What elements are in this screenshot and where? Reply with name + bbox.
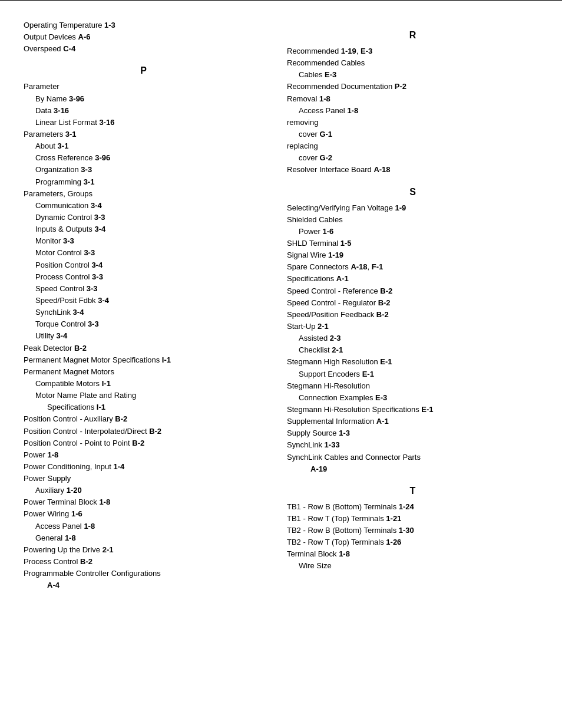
- entry-bold: 2-1: [103, 545, 114, 554]
- entry-text: Recommended Documentation P-2: [287, 82, 406, 91]
- entry-bold: B-2: [132, 439, 144, 447]
- index-entry: Specifications A-1: [287, 273, 538, 285]
- index-entry: Power Wiring 1-6: [24, 508, 263, 520]
- entry-bold: 2-1: [318, 322, 329, 331]
- index-entry: Cables E-3: [287, 69, 538, 81]
- entry-bold: 3-96: [69, 94, 84, 103]
- entry-bold: 1-20: [67, 486, 82, 495]
- index-entry: Signal Wire 1-19: [287, 249, 538, 261]
- index-entry: SynchLink Cables and Connector Parts: [287, 452, 538, 463]
- entry-text: Programming 3-1: [35, 177, 94, 186]
- entry-text: Process Control 3-3: [35, 272, 103, 281]
- index-entry: Powering Up the Drive 2-1: [24, 544, 263, 556]
- index-entry: Power 1-8: [24, 449, 263, 461]
- index-entry: Removal 1-8: [287, 93, 538, 105]
- index-entry: removing: [287, 117, 538, 129]
- entry-text: Power 1-8: [24, 450, 58, 459]
- entry-text: cover G-2: [299, 153, 332, 162]
- index-entry: Position Control - Interpolated/Direct B…: [24, 426, 263, 437]
- index-entry: Data 3-16: [24, 105, 263, 117]
- index-entry: Assisted 2-3: [287, 332, 538, 344]
- entry-text: removing: [287, 118, 318, 127]
- entry-bold: 1-19: [341, 47, 356, 55]
- index-entry: SHLD Terminal 1-5: [287, 238, 538, 249]
- entry-text: Power Terminal Block 1-8: [24, 498, 110, 506]
- index-entry: Operating Temperature 1-3: [24, 19, 263, 31]
- entry-text: Terminal Block 1-8: [287, 549, 350, 558]
- index-entry: Stegmann High Resolution E-1: [287, 356, 538, 368]
- index-entry: Access Panel 1-8: [24, 521, 263, 532]
- entry-bold: B-2: [378, 298, 391, 307]
- entry-text: Operating Temperature 1-3: [24, 21, 115, 29]
- entry-text: Assisted 2-3: [299, 334, 341, 342]
- index-entry: Position Control 3-4: [24, 259, 263, 271]
- entry-bold: 3-4: [98, 296, 109, 305]
- entry-bold: A-4: [47, 581, 59, 589]
- entry-bold: 2-3: [330, 334, 341, 342]
- entry-text: Supply Source 1-3: [287, 429, 350, 437]
- index-entry: SynchLink 3-4: [24, 307, 263, 318]
- entry-text: A-4: [47, 581, 59, 589]
- index-entry: Organization 3-3: [24, 164, 263, 176]
- entry-text: Checklist 2-1: [299, 345, 343, 354]
- index-entry: Speed Control - Reference B-2: [287, 285, 538, 297]
- index-entry: TB1 - Row B (Bottom) Terminals 1-24: [287, 501, 538, 513]
- index-entry: Speed Control - Regulator B-2: [287, 297, 538, 309]
- page-header: [0, 0, 562, 8]
- entry-text: Wire Size: [299, 561, 332, 570]
- section-heading: T: [287, 486, 538, 496]
- index-entry: Speed Control 3-3: [24, 283, 263, 295]
- index-entry: Torque Control 3-3: [24, 318, 263, 330]
- entry-text: Data 3-16: [35, 106, 69, 115]
- entry-bold: A-18: [373, 165, 390, 174]
- entry-text: cover G-1: [299, 130, 332, 139]
- index-entry: Recommended Cables: [287, 57, 538, 69]
- entry-text: Signal Wire 1-19: [287, 251, 343, 259]
- index-entry: Cross Reference 3-96: [24, 152, 263, 164]
- entry-text: A-19: [310, 465, 327, 473]
- index-entry: Permanent Magnet Motors: [24, 366, 263, 378]
- entry-text: Torque Control 3-3: [35, 319, 99, 328]
- entry-text: Power Conditioning, Input 1-4: [24, 462, 124, 471]
- entry-bold: E-1: [362, 370, 374, 378]
- entry-bold: B-2: [376, 310, 389, 319]
- index-entry: Start-Up 2-1: [287, 321, 538, 332]
- index-entry: Parameter: [24, 81, 263, 93]
- entry-bold: 3-3: [94, 213, 105, 222]
- entry-text: Support Encoders E-1: [299, 370, 374, 378]
- section-heading: R: [287, 30, 538, 41]
- index-entry: Dynamic Control 3-3: [24, 212, 263, 223]
- index-entry: Position Control - Auxiliary B-2: [24, 413, 263, 425]
- entry-text: Motor Name Plate and Rating: [35, 391, 136, 400]
- index-entry: Connection Examples E-3: [287, 392, 538, 404]
- index-entry: TB1 - Row T (Top) Terminals 1-21: [287, 513, 538, 525]
- entry-bold2: E-3: [361, 47, 372, 55]
- entry-text: Access Panel 1-8: [299, 106, 358, 115]
- index-entry: Power Terminal Block 1-8: [24, 496, 263, 508]
- index-entry: Supplemental Information A-1: [287, 416, 538, 427]
- entry-text: Utility 3-4: [35, 331, 67, 340]
- entry-bold: 1-33: [325, 440, 340, 449]
- index-entry: Communication 3-4: [24, 200, 263, 212]
- entry-text: Linear List Format 3-16: [35, 118, 114, 127]
- index-entry: Linear List Format 3-16: [24, 117, 263, 129]
- entry-text: Auxiliary 1-20: [35, 486, 82, 495]
- entry-bold: 3-4: [91, 201, 102, 210]
- entry-bold: A-1: [336, 274, 349, 283]
- entry-text: Motor Control 3-3: [35, 248, 95, 257]
- entry-text: TB1 - Row T (Top) Terminals 1-21: [287, 514, 401, 523]
- entry-text: Compatible Motors I-1: [35, 379, 111, 388]
- index-entry: Motor Control 3-3: [24, 247, 263, 259]
- index-entry: A-4: [24, 579, 263, 591]
- entry-text: Parameters, Groups: [24, 189, 92, 198]
- entry-bold: 3-1: [65, 130, 77, 139]
- entry-text: SynchLink 1-33: [287, 440, 340, 449]
- index-entry: Motor Name Plate and Rating: [24, 390, 263, 401]
- entry-text: Process Control B-2: [24, 557, 92, 566]
- entry-bold: 3-96: [95, 153, 110, 162]
- entry-text: Specifications A-1: [287, 274, 349, 283]
- entry-text: Parameters 3-1: [24, 130, 77, 139]
- entry-bold: 1-6: [71, 509, 82, 518]
- entry-text: Programmable Controller Configurations: [24, 569, 161, 578]
- entry-text: Powering Up the Drive 2-1: [24, 545, 113, 554]
